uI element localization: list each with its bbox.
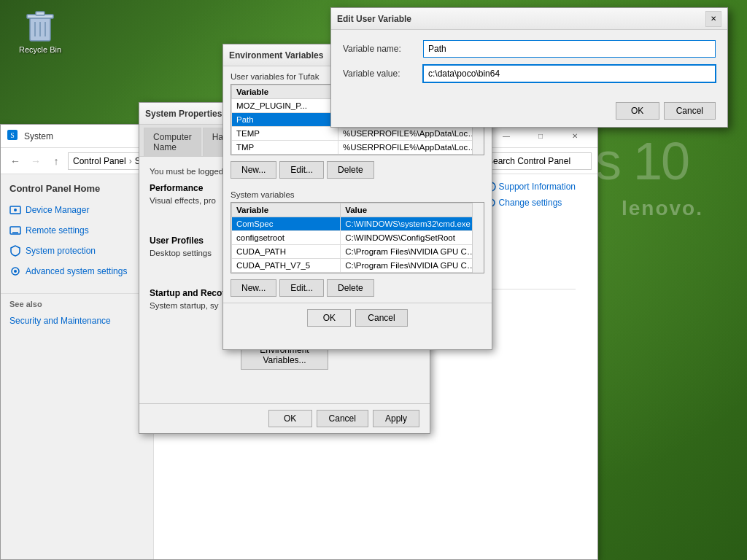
user-var-value: %USERPROFILE%\AppData\Local\Temp: [338, 127, 483, 141]
breadcrumb-arrow: ›: [129, 156, 132, 166]
recycle-bin-label: Recycle Bin: [19, 45, 61, 54]
variable-name-input[interactable]: [423, 40, 716, 58]
user-var-variable: TEMP: [232, 127, 338, 141]
system-var-variable: CUDA_PATH: [232, 245, 341, 259]
recycle-bin-icon[interactable]: Recycle Bin: [11, 7, 69, 54]
support-information-link[interactable]: ? Support Information: [486, 182, 576, 192]
system-vars-title: System variables: [231, 190, 484, 199]
user-var-variable: MOZ_PLUGIN_P...: [232, 99, 338, 113]
user-var-variable: TMP: [232, 141, 338, 155]
breadcrumb: Control Panel: [73, 156, 126, 166]
variable-name-row: Variable name:: [343, 40, 716, 58]
system-protection-icon: [9, 245, 21, 257]
sidebar-item-advanced-system-settings-label: Advanced system settings: [26, 266, 127, 276]
env-vars-ok-button[interactable]: OK: [307, 309, 351, 327]
system-vars-buttons: New... Edit... Delete: [223, 276, 492, 303]
user-vars-edit-button[interactable]: Edit...: [279, 161, 324, 179]
edit-var-content: Variable name: Variable value:: [331, 30, 727, 98]
variable-value-label: Variable value:: [343, 69, 423, 79]
sys-props-apply-button[interactable]: Apply: [373, 410, 419, 427]
maximize-button[interactable]: □: [524, 125, 557, 148]
see-also-title: See also: [1, 300, 153, 311]
sidebar-item-system-protection[interactable]: System protection: [1, 241, 153, 261]
see-also-section: See also Security and Maintenance: [1, 293, 153, 330]
sidebar-item-device-manager-label: Device Manager: [26, 205, 89, 215]
minimize-button[interactable]: —: [489, 125, 523, 148]
system-var-variable: CUDA_PATH_V7_5: [232, 259, 341, 273]
edit-var-cancel-button[interactable]: Cancel: [664, 102, 716, 120]
variable-value-input[interactable]: [423, 65, 716, 82]
system-vars-new-button[interactable]: New...: [231, 279, 276, 297]
up-button[interactable]: ↑: [47, 152, 65, 170]
sidebar-item-remote-settings[interactable]: Remote settings: [1, 220, 153, 241]
edit-user-variable-dialog: Edit User Variable ✕ Variable name: Vari…: [330, 7, 728, 128]
sidebar-item-remote-settings-label: Remote settings: [26, 225, 89, 236]
edit-var-title: Edit User Variable: [337, 14, 704, 24]
sys-var-col-variable: Variable: [232, 203, 341, 217]
system-var-value: C:\Program Files\NVIDIA GPU Computin...: [341, 245, 484, 259]
sys-var-col-value: Value: [341, 203, 484, 217]
svg-point-9: [14, 209, 17, 211]
system-vars-scrollbar[interactable]: [472, 203, 484, 273]
system-var-row[interactable]: ComSpecC:\WINDOWS\system32\cmd.exe: [232, 217, 484, 231]
edit-var-footer: OK Cancel: [331, 98, 727, 127]
system-var-value: C:\Program Files\NVIDIA GPU Computin...: [341, 259, 484, 273]
tab-computer-name[interactable]: Computer Name: [144, 128, 201, 156]
user-vars-delete-button[interactable]: Delete: [327, 161, 374, 179]
user-vars-new-button[interactable]: New...: [231, 161, 276, 179]
sidebar-item-system-protection-label: System protection: [26, 246, 96, 256]
system-var-row[interactable]: CUDA_PATHC:\Program Files\NVIDIA GPU Com…: [232, 245, 484, 259]
desktop: Recycle Bin vs 10 lenovo. S System — □ ✕…: [0, 0, 747, 560]
env-vars-footer: OK Cancel: [223, 303, 492, 332]
sidebar-item-device-manager[interactable]: Device Manager: [1, 200, 153, 220]
forward-button[interactable]: →: [27, 152, 44, 170]
system-var-variable: ComSpec: [232, 217, 341, 231]
variable-value-row: Variable value:: [343, 65, 716, 82]
user-var-col-variable: Variable: [232, 85, 338, 99]
edit-var-ok-button[interactable]: OK: [616, 102, 659, 120]
sys-props-cancel-button[interactable]: Cancel: [317, 410, 368, 427]
sys-props-footer: OK Cancel Apply: [139, 403, 430, 433]
close-button[interactable]: ✕: [558, 125, 592, 148]
system-vars-section: System variables Variable Value ComSpecC…: [223, 184, 492, 276]
system-vars-delete-button[interactable]: Delete: [327, 279, 374, 297]
user-var-value: %USERPROFILE%\AppData\Local\Temp: [338, 141, 483, 155]
window-controls: — □ ✕: [489, 125, 592, 148]
search-input[interactable]: [482, 152, 592, 170]
system-var-row[interactable]: CUDA_PATH_V7_5C:\Program Files\NVIDIA GP…: [232, 259, 484, 273]
user-var-row[interactable]: TMP%USERPROFILE%\AppData\Local\Temp: [232, 141, 484, 155]
system-var-value: C:\WINDOWS\ConfigSetRoot: [341, 231, 484, 245]
device-manager-icon: [9, 204, 21, 216]
system-var-row[interactable]: configsetrootC:\WINDOWS\ConfigSetRoot: [232, 231, 484, 245]
svg-rect-2: [36, 12, 44, 15]
system-var-value: C:\WINDOWS\system32\cmd.exe: [341, 217, 484, 231]
user-vars-buttons: New... Edit... Delete: [223, 158, 492, 184]
security-maintenance-label: Security and Maintenance: [9, 316, 111, 326]
system-vars-table: Variable Value ComSpecC:\WINDOWS\system3…: [231, 203, 484, 273]
edit-var-close[interactable]: ✕: [705, 11, 721, 27]
remote-settings-icon: [9, 225, 21, 236]
sidebar-item-advanced-system-settings[interactable]: Advanced system settings: [1, 261, 153, 281]
sidebar-title[interactable]: Control Panel Home: [1, 183, 153, 200]
variable-name-label: Variable name:: [343, 44, 423, 54]
sys-props-ok-button[interactable]: OK: [268, 410, 312, 427]
back-button[interactable]: ←: [7, 152, 24, 170]
lenovo-brand: lenovo.: [622, 197, 703, 220]
advanced-settings-icon: [9, 265, 21, 277]
sidebar: Control Panel Home Device Manager Remote…: [1, 174, 154, 559]
sidebar-item-security-maintenance[interactable]: Security and Maintenance: [1, 311, 153, 330]
change-settings-link[interactable]: Change settings: [486, 198, 576, 208]
edit-var-titlebar: Edit User Variable ✕: [331, 8, 727, 30]
user-var-variable: Path: [232, 113, 338, 127]
system-var-variable: configsetroot: [232, 231, 341, 245]
user-var-row[interactable]: TEMP%USERPROFILE%\AppData\Local\Temp: [232, 127, 484, 141]
system-vars-edit-button[interactable]: Edit...: [279, 279, 324, 297]
svg-point-13: [14, 270, 17, 273]
svg-text:S: S: [10, 131, 15, 139]
env-vars-cancel-button[interactable]: Cancel: [355, 309, 407, 327]
